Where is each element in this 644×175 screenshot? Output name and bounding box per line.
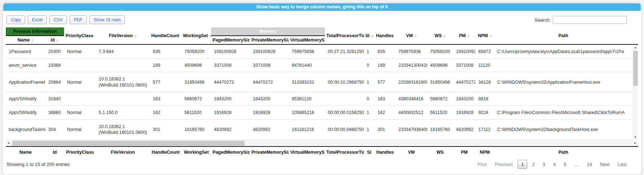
- datatable-content: CopyExcelCSVPDFShow 15 rows Search: Proc…: [3, 11, 641, 175]
- cell-si: 1: [364, 105, 375, 119]
- cell-handles: 301: [375, 120, 395, 140]
- cell-id: 20864: [45, 72, 64, 92]
- cell-pagedmemorysize: 159100928: [211, 45, 250, 59]
- page-last[interactable]: Last: [614, 160, 630, 169]
- excel-button[interactable]: Excel: [28, 16, 47, 24]
- footer-col-id: Id: [45, 147, 64, 158]
- footer-col-name: Name: [6, 147, 45, 158]
- cell-id: 19368: [45, 59, 64, 72]
- column-header-privatememorysize[interactable]: PrivateMemorySize▲▼: [250, 36, 289, 44]
- group-header-memory: Memory: [211, 27, 325, 36]
- cell-handles: 163: [375, 92, 395, 105]
- cell-pm: 159100928: [453, 45, 475, 59]
- sort-icon: ▲▼: [443, 34, 446, 38]
- show-15-rows-button[interactable]: Show 15 rows: [89, 16, 125, 24]
- cell-fileversion: 7.3.684: [96, 45, 150, 59]
- horizontal-scrollbar-thumb[interactable]: [12, 141, 245, 146]
- cell-ws: 5611520: [427, 105, 453, 119]
- cell-workingset: 31850496: [182, 72, 211, 92]
- cell-priorityclass: Normal: [64, 45, 96, 59]
- scroll-right-icon[interactable]: ►: [632, 140, 638, 146]
- vertical-scrollbar-thumb[interactable]: [633, 51, 638, 86]
- cell-fileversion: 10.0.18362.1 (WinBuild.160101.0800): [96, 120, 150, 140]
- column-header-npm[interactable]: NPM▲▼: [475, 27, 494, 44]
- cell-pm: 4820992: [453, 120, 475, 140]
- column-header-pagedmemorysize[interactable]: PagedMemorySize▲▼: [211, 36, 250, 44]
- cell-totalprocessortime: 00:00:00.0156250: [325, 105, 364, 119]
- search-label: Search:: [535, 17, 551, 23]
- cell-path: [494, 59, 632, 72]
- cell-name: 1Password: [6, 45, 45, 59]
- cell-si: 0: [364, 92, 375, 105]
- cell-id: 38860: [45, 105, 64, 119]
- footer-col-virtualmemorysize: VirtualMemorySize: [289, 147, 325, 158]
- cell-path: C:\WINDOWS\system32\ApplicationFrameHost…: [494, 72, 632, 92]
- cell-path: [494, 92, 632, 105]
- column-header-fileversion[interactable]: FileVersion▲▼: [96, 27, 150, 44]
- cell-privatememorysize: 159100928: [250, 45, 289, 59]
- sort-icon: ▲▼: [209, 34, 211, 38]
- table-footer: NameIdPriorityClassFileVersionHandleCoun…: [6, 146, 638, 158]
- scroll-up-icon[interactable]: ▲: [633, 45, 638, 50]
- column-header-pm[interactable]: PM▲▼: [453, 27, 475, 44]
- horizontal-scrollbar[interactable]: ◄ ►: [6, 140, 638, 146]
- table-row: 1Password20300Normal7.3.6849357505920015…: [6, 45, 632, 59]
- column-header-priorityclass[interactable]: PriorityClass▲▼: [64, 27, 96, 44]
- group-header-process-information: Process Information: [6, 27, 64, 36]
- cell-workingset: 5611520: [182, 105, 211, 119]
- cell-handlecount: 163: [150, 92, 182, 105]
- page-title: Show basic way to merge column names, gi…: [3, 3, 641, 11]
- column-header-workingset[interactable]: WorkingSet▲▼: [182, 27, 211, 44]
- footer-col-vm: VM: [395, 147, 427, 158]
- scroll-left-icon[interactable]: ◄: [6, 140, 11, 146]
- cell-totalprocessortime: 00:27:21.3281250: [325, 45, 364, 59]
- cell-npm: 8816: [475, 92, 494, 105]
- cell-handlecount: 577: [150, 72, 182, 92]
- page-4[interactable]: 4: [550, 160, 559, 169]
- cell-priorityclass: [64, 59, 96, 72]
- cell-workingset: 18165760: [182, 120, 211, 140]
- cell-priorityclass: [64, 92, 96, 105]
- table-row: aesm_service1936818945096963371008337100…: [6, 59, 632, 72]
- column-header-name[interactable]: Name▲▼: [6, 36, 45, 44]
- cell-name: ApplicationFrameHost: [6, 72, 45, 92]
- column-header-si[interactable]: SI▲▼: [364, 27, 375, 44]
- csv-button[interactable]: CSV: [49, 16, 67, 24]
- footer-col-priorityclass: PriorityClass: [64, 147, 96, 158]
- search-input[interactable]: [553, 16, 627, 24]
- page-14[interactable]: 14: [583, 160, 595, 169]
- column-header-id[interactable]: Id▲▼: [45, 36, 64, 44]
- page-first[interactable]: First: [474, 160, 490, 169]
- cell-privatememorysize: 4820992: [250, 120, 289, 140]
- sort-icon: ▲▼: [31, 39, 34, 42]
- column-header-handles[interactable]: Handles▲▼: [375, 27, 395, 44]
- sort-icon: ▲▼: [395, 34, 395, 38]
- cell-name: AppVShNotify: [6, 105, 45, 119]
- cell-pm: 1843200: [453, 92, 475, 105]
- page-1[interactable]: 1: [518, 160, 527, 169]
- cell-fileversion: [96, 92, 150, 105]
- page-3[interactable]: 3: [540, 160, 549, 169]
- pdf-button[interactable]: PDF: [70, 16, 87, 24]
- cell-handlecount: 189: [150, 59, 182, 72]
- cell-handles: 189: [375, 59, 395, 72]
- column-header-ws[interactable]: WS▲▼: [427, 27, 453, 44]
- vertical-scrollbar[interactable]: ▲ ▼: [632, 45, 638, 140]
- cell-npm: 65872: [475, 45, 494, 59]
- column-header-totalprocessortime[interactable]: TotalProcessorTime▲▼: [325, 27, 364, 44]
- pagination: FirstPrevious12345…14NextLast: [473, 160, 630, 169]
- column-header-vm[interactable]: VM▲▼: [395, 27, 427, 44]
- copy-button[interactable]: Copy: [6, 16, 25, 24]
- cell-pagedmemorysize: 1916928: [211, 105, 250, 119]
- page-previous[interactable]: Previous: [491, 160, 516, 169]
- scroll-down-icon[interactable]: ▼: [633, 135, 638, 140]
- page-next[interactable]: Next: [597, 160, 613, 169]
- page-2[interactable]: 2: [529, 160, 538, 169]
- footer-col-ws: WS: [427, 147, 453, 158]
- column-header-virtualmemorysize[interactable]: VirtualMemorySize▲▼: [289, 36, 325, 44]
- cell-id: 304: [45, 120, 64, 140]
- cell-handlecount: 301: [150, 120, 182, 140]
- column-header-handlecount[interactable]: HandleCount▲▼: [150, 27, 182, 44]
- column-header-path[interactable]: Path: [494, 27, 632, 44]
- page-5[interactable]: 5: [560, 160, 569, 169]
